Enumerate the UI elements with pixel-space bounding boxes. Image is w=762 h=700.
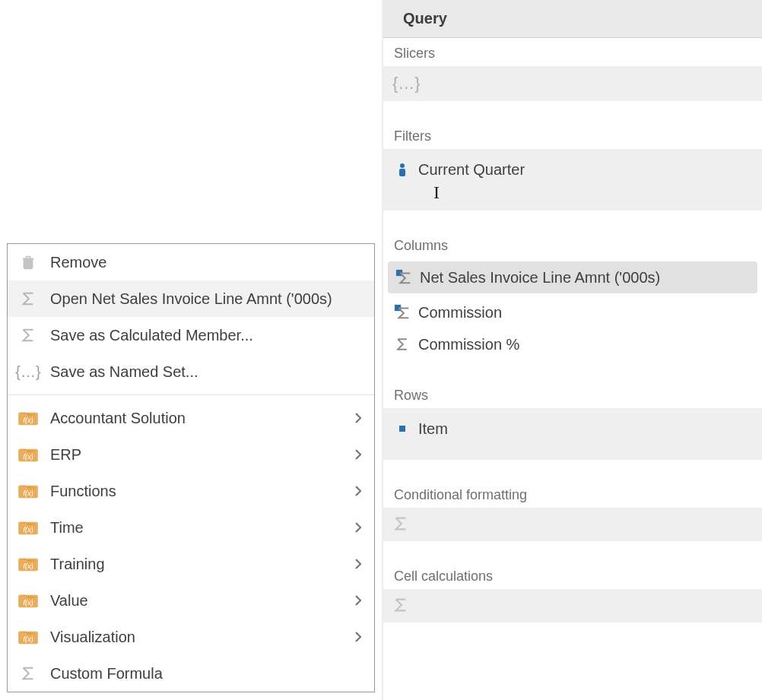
chevron-right-icon (353, 559, 364, 569)
panel-title: Query (383, 0, 762, 38)
folder-fx-icon: f(x) (17, 592, 40, 609)
menu-label: Custom Formula (50, 665, 364, 683)
filter-item-current-quarter[interactable]: Current Quarter (383, 154, 762, 185)
calculated-measure-icon (394, 269, 414, 286)
menu-label: Open Net Sales Invoice Line Amnt ('000s) (50, 290, 364, 308)
query-panel: Query Slicers {…} Filters Current Quarte (383, 0, 762, 700)
menu-label: Accountant Solution (50, 410, 353, 427)
text-cursor-icon: I (433, 182, 440, 202)
section-filters: Filters Current Quarter I (383, 121, 762, 230)
row-item-label: Item (418, 420, 448, 438)
sigma-placeholder-icon (383, 594, 762, 616)
menu-item-save-calculated-member[interactable]: Save as Calculated Member... (8, 317, 374, 353)
section-label: Filters (383, 121, 762, 149)
svg-text:f(x): f(x) (24, 635, 33, 643)
column-item-net-sales[interactable]: Net Sales Invoice Line Amnt ('000s) (388, 261, 757, 293)
menu-item-custom-formula[interactable]: Custom Formula (8, 655, 374, 692)
section-label: Rows (383, 380, 762, 408)
sigma-icon (392, 337, 412, 352)
columns-dropzone[interactable]: Net Sales Invoice Line Amnt ('000s) Comm… (383, 258, 762, 360)
svg-point-14 (400, 163, 405, 168)
column-item-label: Net Sales Invoice Line Amnt ('000s) (420, 269, 660, 287)
column-item-label: Commission % (418, 336, 519, 353)
sigma-icon (17, 665, 40, 682)
svg-text:f(x): f(x) (24, 453, 33, 461)
chevron-right-icon (353, 449, 364, 460)
context-menu: Remove Open Net Sales Invoice Line Amnt … (7, 243, 375, 692)
cellcalc-dropzone[interactable] (383, 589, 762, 622)
sigma-icon (17, 327, 40, 344)
folder-fx-icon: f(x) (17, 446, 40, 463)
filters-dropzone[interactable]: Current Quarter I (383, 149, 762, 211)
menu-label: Save as Calculated Member... (50, 327, 364, 344)
section-conditional-formatting: Conditional formatting (383, 480, 762, 561)
folder-fx-icon: f(x) (17, 556, 40, 572)
menu-label: Visualization (50, 629, 353, 646)
column-item-commission-pct[interactable]: Commission % (383, 328, 762, 360)
svg-text:f(x): f(x) (24, 417, 33, 424)
menu-item-remove[interactable]: Remove (8, 244, 374, 280)
menu-folder-time[interactable]: f(x) Time (8, 509, 374, 546)
menu-label: Value (50, 592, 353, 610)
folder-fx-icon: f(x) (17, 629, 40, 645)
menu-folder-erp[interactable]: f(x) ERP (8, 436, 374, 473)
section-label: Columns (383, 230, 762, 258)
slicers-dropzone[interactable]: {…} (383, 66, 762, 101)
chevron-right-icon (353, 522, 364, 533)
svg-text:f(x): f(x) (24, 599, 33, 607)
folder-fx-icon: f(x) (17, 519, 40, 536)
named-set-icon: {…} (17, 364, 40, 379)
menu-item-open-measure[interactable]: Open Net Sales Invoice Line Amnt ('000s) (8, 280, 374, 317)
menu-label: Time (50, 519, 353, 537)
section-columns: Columns Net Sales Invoice Line Amnt ('00… (383, 230, 762, 380)
filter-item-label: Current Quarter (418, 161, 525, 179)
row-item-item[interactable]: Item (383, 413, 762, 445)
chevron-right-icon (353, 632, 364, 642)
condfmt-dropzone[interactable] (383, 508, 762, 541)
menu-folder-visualization[interactable]: f(x) Visualization (8, 619, 374, 655)
section-rows: Rows Item (383, 380, 762, 480)
menu-item-save-named-set[interactable]: {…} Save as Named Set... (8, 353, 374, 390)
menu-label: ERP (50, 446, 353, 464)
menu-label: Training (50, 556, 353, 573)
trash-icon (17, 254, 40, 271)
folder-fx-icon: f(x) (17, 483, 40, 499)
menu-folder-functions[interactable]: f(x) Functions (8, 473, 374, 509)
section-cell-calculations: Cell calculations (383, 561, 762, 642)
sigma-placeholder-icon (383, 512, 762, 535)
section-label: Conditional formatting (383, 480, 762, 508)
menu-label: Remove (50, 254, 364, 271)
sigma-icon (17, 290, 40, 307)
named-set-placeholder-icon: {…} (383, 71, 762, 97)
calculated-measure-icon (392, 304, 412, 321)
chevron-right-icon (353, 413, 364, 423)
menu-folder-training[interactable]: f(x) Training (8, 546, 374, 582)
menu-separator (8, 394, 374, 395)
menu-folder-value[interactable]: f(x) Value (8, 582, 374, 619)
svg-text:f(x): f(x) (24, 562, 33, 570)
folder-fx-icon: f(x) (17, 410, 40, 426)
svg-text:f(x): f(x) (24, 489, 33, 497)
section-label: Cell calculations (383, 561, 762, 589)
menu-folder-accountant-solution[interactable]: f(x) Accountant Solution (8, 400, 374, 436)
column-item-label: Commission (418, 304, 502, 321)
column-item-commission[interactable]: Commission (383, 296, 762, 328)
svg-rect-18 (399, 426, 405, 432)
section-slicers: Slicers {…} (383, 38, 762, 121)
dimension-icon (392, 423, 412, 434)
member-icon (392, 162, 412, 177)
menu-label: Save as Named Set... (50, 363, 364, 381)
menu-label: Functions (50, 483, 353, 500)
svg-rect-15 (399, 169, 405, 176)
rows-dropzone[interactable]: Item (383, 408, 762, 460)
chevron-right-icon (353, 486, 364, 496)
chevron-right-icon (353, 595, 364, 606)
section-label: Slicers (383, 38, 762, 66)
canvas-area: Remove Open Net Sales Invoice Line Amnt … (0, 0, 383, 700)
svg-text:f(x): f(x) (24, 526, 33, 534)
